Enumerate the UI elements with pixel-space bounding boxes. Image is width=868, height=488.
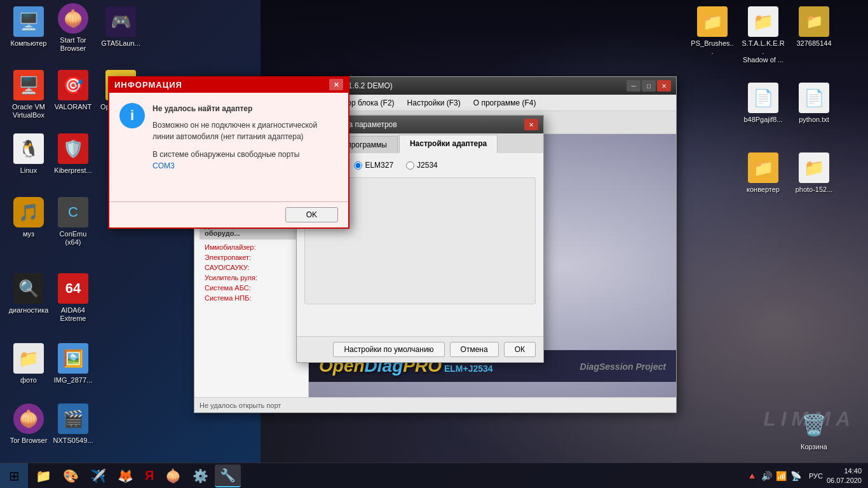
logo-sub: ELM+J2534 xyxy=(444,363,493,374)
icon-diag[interactable]: 🔍 диагностика xyxy=(6,273,51,315)
start-button[interactable]: ⊞ xyxy=(0,463,28,489)
windows-icon: ⊞ xyxy=(9,468,20,484)
tab-adapter[interactable]: Настройки адаптера xyxy=(399,135,498,153)
taskbar-paint[interactable]: 🎨 xyxy=(58,464,84,487)
icon-muz[interactable]: 🎵 муз xyxy=(6,197,51,238)
info-body2: линии автомобиля (нет питания адаптера) xyxy=(153,131,338,142)
tor-icon: 🧅 xyxy=(165,468,181,484)
icon-trash[interactable]: 🗑️ Корзина xyxy=(792,410,836,451)
taskbar-telegram[interactable]: ✈️ xyxy=(85,464,111,487)
taskbar-right: 🔺 🔊 📶 📡 РУС 14:40 06.07.2020 xyxy=(736,466,868,485)
status-text: Не удалось открыть порт xyxy=(200,402,281,409)
taskbar-settings[interactable]: ⚙️ xyxy=(187,464,214,487)
explorer-icon: 📁 xyxy=(36,468,51,484)
icon-photo152[interactable]: 📁 photo-152... xyxy=(792,152,836,194)
maximize-button[interactable]: □ xyxy=(642,80,656,92)
info-footer: OK xyxy=(109,201,348,227)
electropak-label: Электропакет: xyxy=(200,252,303,262)
steering-label: Усилитель руля: xyxy=(200,273,303,283)
taskbar-explorer[interactable]: 📁 xyxy=(31,464,57,487)
ok-button[interactable]: ОК xyxy=(504,342,536,357)
icon-konv[interactable]: 📁 конвертер xyxy=(741,152,785,194)
info-icon: i xyxy=(119,103,145,128)
info-titlebar: ИНФОРМАЦИЯ ✕ xyxy=(109,76,348,93)
status-bar: Не удалось открыть порт xyxy=(194,397,676,412)
sayo-label: САУО/САУКУ: xyxy=(200,262,303,273)
radio-j2534[interactable]: J2534 xyxy=(406,161,438,170)
icon-b48[interactable]: 📄 b48Pgajif8... xyxy=(741,83,785,124)
desktop: LIMMA 🖥️ Компьютер 🧅 Start TorBrowser 🎮 … xyxy=(0,0,868,488)
icon-ps-brushes[interactable]: 📁 PS_Brushes... xyxy=(690,6,735,56)
radio-elm[interactable]: ELM327 xyxy=(354,161,393,170)
opendiag-icon: 🔧 xyxy=(220,468,236,483)
info-dialog: ИНФОРМАЦИЯ ✕ i Не удалось найти адаптер … xyxy=(108,76,349,229)
info-body3: В системе обнаружены свободные порты xyxy=(153,149,338,160)
npb-label: Система НПБ: xyxy=(200,293,303,303)
info-title: ИНФОРМАЦИЯ xyxy=(114,80,182,90)
immobilizer-label: Иммобилайзер: xyxy=(200,242,303,252)
tray-signal[interactable]: 📡 xyxy=(790,471,801,481)
icon-torbr[interactable]: 🧅 Tor Browser xyxy=(6,403,51,445)
info-body1: Возможно он не подключен к диагностическ… xyxy=(153,119,338,131)
taskbar-clock: 14:40 06.07.2020 xyxy=(827,466,862,485)
taskbar-tor[interactable]: 🧅 xyxy=(160,464,186,487)
info-port: COM3 xyxy=(153,160,338,172)
icon-kiber[interactable]: 🛡️ Kiberprest... xyxy=(51,133,95,175)
yandex-icon: Я xyxy=(145,468,154,483)
settings-buttons: Настройки по умолчанию Отмена ОК xyxy=(297,336,543,362)
info-close-button[interactable]: ✕ xyxy=(329,79,343,90)
settings-close-button[interactable]: ✕ xyxy=(524,119,538,130)
taskbar-time: 14:40 xyxy=(827,466,862,475)
icon-gta[interactable]: 🎮 GTA5Laun... xyxy=(98,6,143,48)
taskbar-apps: 📁 🎨 ✈️ 🦊 Я 🧅 ⚙️ 🔧 xyxy=(28,464,736,487)
taskbar-opendiag[interactable]: 🔧 xyxy=(215,464,241,487)
tray-network[interactable]: 📶 xyxy=(776,471,787,481)
icon-start-tor[interactable]: 🧅 Start TorBrowser xyxy=(51,3,95,53)
info-ok-button[interactable]: OK xyxy=(285,207,338,222)
icon-327[interactable]: 📁 327685144 xyxy=(792,6,836,48)
tray-area: 🔺 🔊 📶 📡 xyxy=(743,471,805,481)
minimize-button[interactable]: ─ xyxy=(627,80,641,92)
menu-f3[interactable]: Настройки (F3) xyxy=(401,96,467,110)
icon-oracle[interactable]: 🖥️ Oracle VMVirtualBox xyxy=(6,70,51,119)
taskbar: ⊞ 📁 🎨 ✈️ 🦊 Я 🧅 ⚙️ xyxy=(0,463,868,488)
icon-python[interactable]: 📄 python.txt xyxy=(792,83,836,124)
firefox-icon: 🦊 xyxy=(118,468,133,484)
logo-right: DiagSession Project xyxy=(580,360,666,373)
tray-arrow[interactable]: 🔺 xyxy=(747,471,757,481)
taskbar-yandex[interactable]: Я xyxy=(140,464,159,487)
icon-aida[interactable]: 64 AIDA64Extreme xyxy=(51,273,95,323)
icon-conem[interactable]: C ConEmu(x64) xyxy=(51,197,95,247)
icon-img[interactable]: 🖼️ IMG_2877... xyxy=(51,343,95,384)
taskbar-date: 06.07.2020 xyxy=(827,476,862,485)
info-heading: Не удалось найти адаптер xyxy=(153,103,338,114)
info-text: Не удалось найти адаптер Возможно он не … xyxy=(153,103,338,172)
tray-volume[interactable]: 🔊 xyxy=(761,471,772,481)
icon-nxts[interactable]: 🎬 NXTS0549... xyxy=(51,403,95,445)
icon-linux[interactable]: 🐧 Linux xyxy=(6,133,51,175)
cancel-button[interactable]: Отмена xyxy=(450,342,499,357)
icon-computer[interactable]: 🖥️ Компьютер xyxy=(6,6,51,48)
paint-icon: 🎨 xyxy=(63,468,79,484)
icon-stalker[interactable]: 📁 S.T.A.L.K.E.R.Shadow of ... xyxy=(741,6,785,65)
info-content: i Не удалось найти адаптер Возможно он н… xyxy=(109,93,348,201)
default-settings-button[interactable]: Настройки по умолчанию xyxy=(333,342,444,357)
icon-foto[interactable]: 📁 фото xyxy=(6,343,51,384)
telegram-icon: ✈️ xyxy=(90,468,106,484)
taskbar-firefox[interactable]: 🦊 xyxy=(112,464,139,487)
abs-label: Система АБС: xyxy=(200,283,303,293)
menu-f4[interactable]: О программе (F4) xyxy=(467,96,543,110)
icon-valorant[interactable]: 🎯 VALORANT xyxy=(51,70,95,111)
close-button[interactable]: ✕ xyxy=(657,80,671,92)
taskbar-language[interactable]: РУС xyxy=(809,472,823,480)
settings-icon: ⚙️ xyxy=(193,468,208,484)
